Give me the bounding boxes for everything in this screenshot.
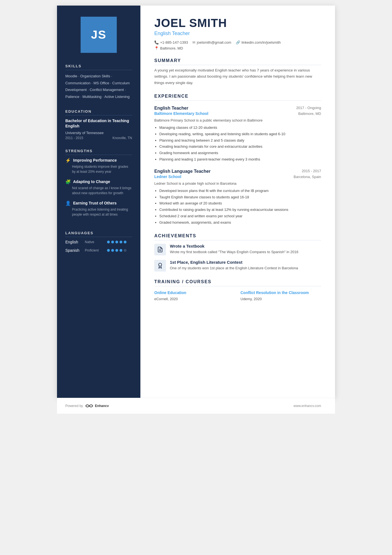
job-location-1: Barcelona, Spain: [294, 175, 321, 179]
footer-website: www.enhancv.com: [294, 404, 321, 408]
education-title: EDUCATION: [65, 109, 132, 115]
strength-icon-2: 👤: [65, 201, 71, 206]
bullet: Planning and leading 1 parent-teacher me…: [159, 156, 321, 163]
experience-title: EXPERIENCE: [154, 94, 321, 101]
training-item-1: Conflict Resolution in the Classroom Ude…: [240, 290, 321, 301]
experience-section: EXPERIENCE English Teacher 2017 - Ongoin…: [154, 94, 321, 226]
footer: Powered by Enhancv www.enhancv.com: [57, 398, 335, 414]
linkedin-icon: 🔗: [236, 40, 240, 45]
achievement-icon-1: [154, 260, 166, 272]
location-contact: 📍 Baltimore, MD: [154, 46, 183, 50]
dot: [111, 249, 114, 252]
dot: [124, 241, 126, 243]
sidebar: JS SKILLS Moodle · Organization Skills ·…: [57, 6, 140, 398]
training-course-title-0: Online Education: [154, 290, 235, 296]
education-school: University of Tennessee: [65, 131, 132, 135]
strength-desc-1: Not scared of change as I know it brings…: [65, 186, 132, 196]
contact-row: 📞 +1-885-147-1393 ✉ joelsmith@gmail.com …: [154, 40, 321, 45]
powered-by-text: Powered by: [65, 404, 83, 408]
skills-text: Moodle · Organization Skills · Communica…: [65, 73, 132, 100]
job-title-0: English Teacher: [154, 106, 188, 111]
strength-item-2: 👤 Earning Trust of Others Practicing act…: [65, 201, 132, 217]
job-desc-0: Baltimore Primary School is a public ele…: [154, 118, 321, 123]
achievement-desc-0: Wrote my first textbook called "The Ways…: [170, 249, 298, 255]
job-org-0: Baltimore Elementary School: [154, 111, 209, 116]
linkedin-contact: 🔗 linkedin.com/in/joelsmith: [236, 40, 281, 45]
bullet: Worked with an average of 20 students: [159, 200, 321, 207]
email-icon: ✉: [192, 40, 195, 45]
phone-number: +1-885-147-1393: [160, 40, 188, 45]
lang-name-0: English: [65, 240, 85, 244]
dot: [107, 249, 110, 252]
resume-header: JOEL SMITH English Teacher 📞 +1-885-147-…: [154, 17, 321, 50]
lang-name-1: Spanish: [65, 248, 85, 253]
phone-contact: 📞 +1-885-147-1393: [154, 40, 188, 45]
strength-item-0: ⚡ Improving Performance Helping students…: [65, 158, 132, 174]
training-course-title-1: Conflict Resolution in the Classroom: [240, 290, 321, 296]
training-meta-1: Udemy, 2020: [240, 297, 321, 301]
bullet: Managing classes of 12-20 students: [159, 125, 321, 131]
bullet: Planning and teaching between 2 and 5 cl…: [159, 137, 321, 144]
linkedin-url: linkedin.com/in/joelsmith: [242, 40, 281, 45]
email-contact: ✉ joelsmith@gmail.com: [192, 40, 231, 45]
avatar: JS: [81, 17, 117, 53]
job-bullets-1: Developed lesson plans that fit with the…: [154, 188, 321, 226]
brand-name: Enhancv: [95, 404, 109, 408]
strength-icon-1: 🧩: [65, 179, 71, 184]
location-text: Baltimore, MD: [160, 46, 183, 50]
dot: [115, 241, 118, 243]
training-title: TRAINING / COURSES: [154, 279, 321, 286]
languages-title: LANGUAGES: [65, 231, 132, 237]
job-title: English Teacher: [154, 31, 321, 36]
bullet: Contributed to raising grades by at leas…: [159, 207, 321, 213]
summary-section: SUMMARY A young yet exceptionally motiva…: [154, 58, 321, 86]
bullet: Creating teaching materials for core and…: [159, 144, 321, 150]
achievement-item-1: 1st Place, English Literature Contest On…: [154, 260, 321, 272]
achievement-item-0: Wrote a Textbook Wrote my first textbook…: [154, 244, 321, 255]
bullet: Grading homework and assignments: [159, 150, 321, 156]
location-icon: 📍: [154, 46, 159, 50]
training-meta-0: eCornell, 2020: [154, 297, 235, 301]
avatar-container: JS: [65, 17, 132, 53]
skills-title: SKILLS: [65, 64, 132, 70]
achievement-icon-0: [154, 244, 166, 255]
education-years: 2011 - 2015: [65, 136, 83, 140]
svg-point-2: [159, 263, 162, 266]
language-item-0: English Native: [65, 240, 132, 244]
achievements-section: ACHIEVEMENTS Wrote a Textbook Wr: [154, 233, 321, 272]
education-section: EDUCATION Bachelor of Education in Teach…: [65, 109, 132, 140]
bullet: Developed lesson plans that fit with the…: [159, 188, 321, 194]
job-item-1: English Language Teacher 2015 - 2017 Led…: [154, 169, 321, 226]
strengths-title: STRENGTHS: [65, 149, 132, 155]
achievements-title: ACHIEVEMENTS: [154, 233, 321, 240]
education-meta: 2011 - 2015 Knoxville, TN: [65, 136, 132, 140]
summary-text: A young yet exceptionally motivated Engl…: [154, 67, 321, 86]
dot: [107, 241, 110, 243]
job-item-0: English Teacher 2017 - Ongoing Baltimore…: [154, 106, 321, 163]
achievement-title-0: Wrote a Textbook: [170, 244, 298, 248]
strength-desc-2: Practicing active listening and treating…: [65, 207, 132, 217]
email-address: joelsmith@gmail.com: [197, 40, 231, 45]
job-desc-1: Ledner School is a private high school i…: [154, 181, 321, 186]
training-section: TRAINING / COURSES Online Education eCor…: [154, 279, 321, 301]
training-item-0: Online Education eCornell, 2020: [154, 290, 235, 301]
strength-title-2: Earning Trust of Others: [73, 201, 116, 205]
strengths-section: STRENGTHS ⚡ Improving Performance Helpin…: [65, 149, 132, 222]
strength-desc-0: Helping students improve their grades by…: [65, 164, 132, 174]
job-location-0: Baltimore, MD: [298, 112, 321, 116]
footer-left: Powered by Enhancv: [65, 403, 109, 409]
skills-section: SKILLS Moodle · Organization Skills · Co…: [65, 64, 132, 100]
job-dates-0: 2017 - Ongoing: [296, 106, 321, 110]
job-dates-1: 2015 - 2017: [302, 169, 321, 173]
strength-icon-0: ⚡: [65, 158, 71, 163]
enhancv-logo: Enhancv: [85, 403, 109, 409]
bullet: Graded homework, assignments, and exams: [159, 219, 321, 226]
lang-dots-0: [107, 241, 126, 243]
dot: [120, 241, 122, 243]
summary-title: SUMMARY: [154, 58, 321, 65]
education-degree: Bachelor of Education in Teaching Englis…: [65, 118, 132, 129]
lang-dots-1: [107, 249, 126, 252]
dot-empty: [124, 249, 126, 252]
achievement-title-1: 1st Place, English Literature Contest: [170, 260, 298, 265]
dot: [120, 249, 122, 252]
